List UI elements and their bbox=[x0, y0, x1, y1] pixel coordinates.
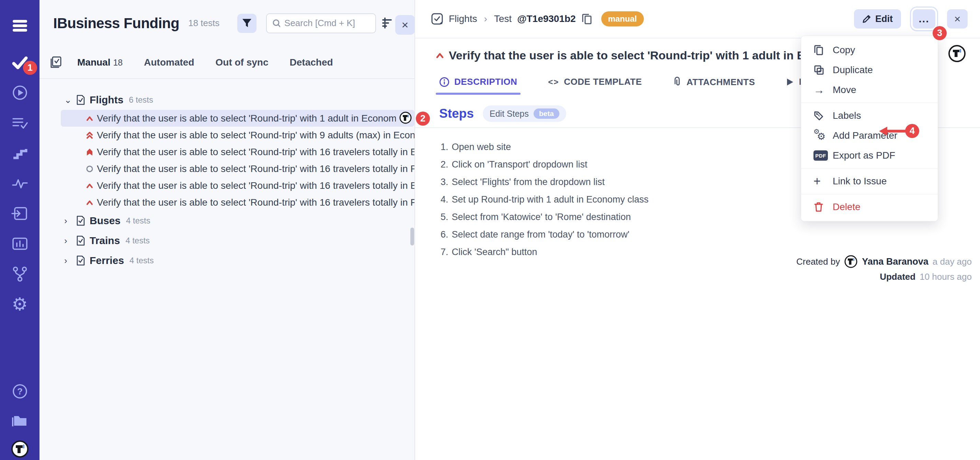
folder-row-ferries[interactable]: › Ferries 4 tests bbox=[40, 251, 414, 271]
breadcrumb-test-label: Test bbox=[494, 13, 512, 24]
sort-options-button[interactable] bbox=[382, 17, 393, 30]
test-title: Verify that the user is able to select '… bbox=[97, 130, 414, 141]
folder-row-trains[interactable]: › Trains 4 tests bbox=[40, 231, 414, 251]
folder-icon[interactable] bbox=[0, 411, 40, 430]
tune-icon bbox=[382, 17, 393, 29]
run-triangle-icon bbox=[786, 78, 794, 86]
suite-doc-icon bbox=[76, 215, 86, 226]
priority-high-icon bbox=[86, 115, 94, 121]
tab-attachments[interactable]: ATTACHMENTS bbox=[673, 76, 755, 95]
updated-ago: 10 hours ago bbox=[920, 272, 972, 282]
beta-badge: beta bbox=[534, 108, 559, 119]
status-badge: manual bbox=[601, 11, 644, 26]
chevron-right-icon: › bbox=[64, 255, 76, 266]
test-row[interactable]: Verify that the user is able to select '… bbox=[61, 160, 414, 177]
sidebar-item-branches[interactable] bbox=[0, 264, 40, 283]
project-tests-count: 18 tests bbox=[188, 18, 220, 29]
hamburger-menu-icon[interactable] bbox=[0, 16, 40, 35]
test-tree-panel: IBusiness Funding 18 tests × Manual18 Au… bbox=[40, 0, 414, 460]
sidebar-item-steps[interactable] bbox=[0, 143, 40, 163]
menu-divider bbox=[801, 103, 938, 103]
pencil-icon bbox=[862, 14, 871, 23]
sidebar-item-import[interactable] bbox=[0, 204, 40, 223]
tab-description[interactable]: DESCRIPTION bbox=[439, 76, 517, 95]
menu-item-move[interactable]: → Move bbox=[801, 80, 938, 100]
search-input[interactable] bbox=[284, 18, 370, 29]
updated-label: Updated bbox=[880, 272, 915, 282]
chevron-down-icon: ⌄ bbox=[64, 95, 76, 105]
menu-item-duplicate[interactable]: Duplicate bbox=[801, 60, 938, 80]
folder-count: 4 tests bbox=[125, 236, 150, 245]
ellipsis-icon: ... bbox=[918, 13, 929, 25]
assignee-avatar[interactable] bbox=[948, 45, 966, 64]
gear-icon[interactable]: ⚙ bbox=[0, 294, 40, 314]
more-actions-button[interactable]: ... bbox=[913, 9, 935, 29]
tab-out-of-sync[interactable]: Out of sync bbox=[216, 57, 269, 68]
folder-count: 6 tests bbox=[129, 95, 153, 105]
step-item: 6.Select date range from 'today' to 'tom… bbox=[441, 226, 980, 244]
menu-item-link-to-issue[interactable]: + Link to Issue bbox=[801, 171, 938, 191]
annotation-arrow bbox=[878, 124, 907, 138]
pdf-icon: PDF bbox=[813, 150, 833, 161]
folder-row-buses[interactable]: › Buses 4 tests bbox=[40, 211, 414, 231]
search-box bbox=[266, 13, 376, 33]
tab-manual[interactable]: Manual18 bbox=[77, 57, 123, 68]
author-avatar bbox=[844, 255, 858, 269]
plus-icon: + bbox=[813, 175, 833, 188]
test-title: Verify that the user is able to select '… bbox=[97, 146, 414, 158]
arrow-right-icon: → bbox=[813, 84, 833, 96]
sidebar-item-plans[interactable] bbox=[0, 113, 40, 132]
breadcrumb-folder[interactable]: Flights bbox=[449, 13, 477, 24]
sidebar-item-runs[interactable] bbox=[0, 83, 40, 102]
close-detail-button[interactable]: × bbox=[947, 9, 968, 29]
tree-scrollbar-thumb[interactable] bbox=[410, 228, 414, 245]
tab-detached[interactable]: Detached bbox=[290, 57, 333, 68]
menu-item-delete[interactable]: Delete bbox=[801, 197, 938, 217]
priority-normal-icon bbox=[86, 165, 94, 173]
menu-item-copy[interactable]: Copy bbox=[801, 40, 938, 60]
user-avatar-logo[interactable] bbox=[0, 439, 40, 458]
paperclip-icon bbox=[673, 76, 682, 88]
test-type-tabs: Manual18 Automated Out of sync Detached bbox=[40, 46, 414, 79]
tab-code-template[interactable]: <> CODE TEMPLATE bbox=[548, 76, 642, 95]
edit-button-label: Edit bbox=[875, 14, 893, 24]
folder-row-flights[interactable]: ⌄ Flights 6 tests bbox=[40, 90, 414, 110]
app-window: ⚙ ? 1 IBusiness Funding 18 tests bbox=[0, 0, 980, 460]
test-row-selected[interactable]: Verify that the user is able to select '… bbox=[61, 110, 414, 127]
priority-critical-icon bbox=[86, 148, 94, 156]
tab-automated[interactable]: Automated bbox=[144, 57, 194, 68]
test-row[interactable]: Verify that the user is able to select '… bbox=[61, 177, 414, 194]
info-icon bbox=[439, 77, 449, 87]
priority-high-icon bbox=[86, 183, 94, 189]
edit-button[interactable]: Edit bbox=[854, 9, 901, 29]
test-row[interactable]: Verify that the user is able to select '… bbox=[61, 127, 414, 143]
duplicate-icon bbox=[813, 65, 833, 75]
close-panel-button[interactable]: × bbox=[395, 15, 415, 35]
filter-button[interactable] bbox=[237, 14, 256, 33]
breadcrumb-separator: › bbox=[484, 13, 487, 24]
detail-actions: Edit ... × bbox=[854, 9, 968, 29]
sidebar-item-pulse[interactable] bbox=[0, 174, 40, 193]
chevron-right-icon: › bbox=[64, 236, 76, 246]
funnel-icon bbox=[242, 18, 252, 29]
breadcrumb: Flights › Test @T1e9301b2 manual bbox=[431, 11, 854, 26]
checklist-icon[interactable] bbox=[50, 56, 62, 69]
sidebar-item-reports[interactable] bbox=[0, 234, 40, 253]
annotation-badge-3: 3 bbox=[932, 26, 947, 40]
annotation-badge-2: 2 bbox=[416, 111, 430, 126]
tag-icon bbox=[813, 110, 833, 121]
test-title: Verify that the user is able to select '… bbox=[97, 113, 396, 124]
copy-id-icon[interactable] bbox=[581, 13, 592, 25]
copy-icon bbox=[813, 45, 833, 56]
menu-item-export-pdf[interactable]: PDF Export as PDF bbox=[801, 146, 938, 166]
folder-name: Ferries bbox=[90, 255, 124, 266]
test-row[interactable]: Verify that the user is able to select '… bbox=[61, 194, 414, 211]
edit-steps-button[interactable]: Edit Steps beta bbox=[483, 105, 566, 122]
menu-item-labels[interactable]: Labels bbox=[801, 106, 938, 126]
priority-high-icon bbox=[86, 199, 94, 205]
help-icon[interactable]: ? bbox=[0, 382, 40, 401]
test-check-icon bbox=[431, 13, 443, 25]
test-row[interactable]: Verify that the user is able to select '… bbox=[61, 143, 414, 160]
author-name[interactable]: Yana Baranova bbox=[862, 256, 929, 267]
meta-footer: Created by Yana Baranova a day ago Updat… bbox=[796, 254, 972, 284]
